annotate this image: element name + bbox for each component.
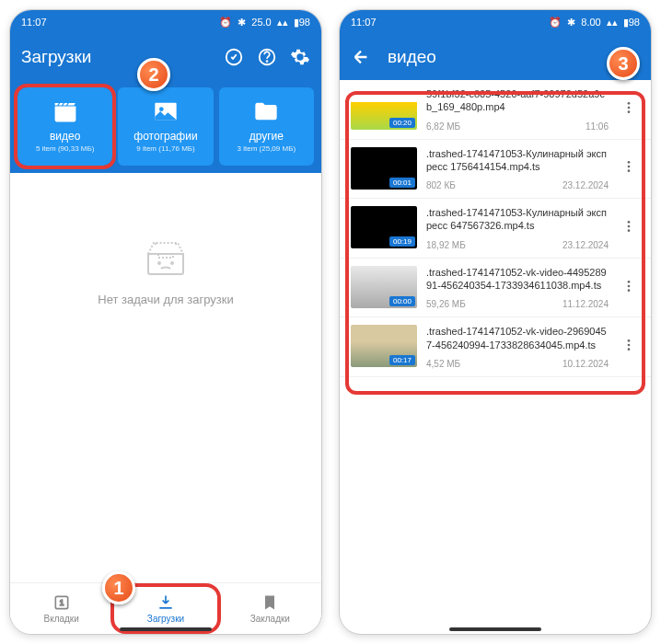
card-sub: 9 item (11,76 МБ) [136,144,195,153]
alarm-icon: ⏰ [219,17,232,29]
duration-badge: 00:00 [389,296,415,306]
more-icon[interactable] [618,159,640,178]
svg-point-17 [628,229,631,232]
home-indicator [120,627,212,631]
video-thumbnail: 00:01 [351,147,417,190]
svg-point-14 [628,170,631,173]
video-name: .trashed-1741471052-vk-video-4495289 91-… [426,266,609,293]
video-name: .trashed-1741471052-vk-video-2969045 7-4… [426,325,609,351]
video-size: 18,92 МБ [426,240,466,250]
video-date: 10.12.2024 [562,359,609,369]
status-bar: 11:07 ⏰ ✱ 8.00 ▴▴ ▮98 [340,10,651,34]
svg-point-23 [628,349,631,351]
page-title: видео [388,47,436,67]
nav-label: Закладки [250,614,290,624]
video-size: 6,82 МБ [426,121,460,132]
more-icon[interactable] [618,219,640,237]
video-item[interactable]: 00:2059f1bf32-c805-4526-aaf7-90972d52a9c… [340,80,651,140]
video-date: 23.12.2024 [562,240,609,250]
svg-point-4 [159,107,164,111]
video-item[interactable]: 00:19.trashed-1741471053-Кулинарный эксп… [340,199,651,259]
svg-point-20 [628,289,631,292]
video-thumbnail: 00:19 [351,206,417,248]
video-date: 11:06 [586,121,609,132]
more-icon[interactable] [618,279,640,297]
net-speed: 8.00 [581,17,600,28]
svg-point-2 [267,61,268,62]
svg-point-12 [628,161,631,164]
gear-icon[interactable] [290,47,310,67]
status-time: 11:07 [351,17,377,28]
nav-label: Загрузки [147,614,184,624]
svg-point-5 [158,262,160,264]
video-info: 59f1bf32-c805-4526-aaf7-90972d52a9cb_169… [426,87,609,132]
video-list: 00:2059f1bf32-c805-4526-aaf7-90972d52a9c… [340,80,651,623]
phone-left: 11:07 ⏰ ✱ 25.0 ▴▴ ▮98 Загрузки [9,9,322,635]
video-name: .trashed-1741471053-Кулинарный экспресс … [426,206,609,233]
more-icon[interactable] [618,100,640,119]
empty-text: Нет задачи для загрузки [98,293,233,306]
duration-badge: 00:19 [389,236,415,247]
card-label: фотографии [133,130,197,143]
card-video[interactable]: видео 5 item (90,33 МБ) [17,87,112,166]
battery-icon: ▮98 [623,17,640,29]
svg-text:1: 1 [59,598,64,607]
video-date: 23.12.2024 [562,180,609,190]
bottom-nav: 1 Вкладки Загрузки Закладки [10,582,321,634]
svg-point-21 [628,339,631,342]
duration-badge: 00:01 [389,178,415,188]
video-info: .trashed-1741471053-Кулинарный экспресс … [426,206,609,250]
home-indicator [449,627,541,631]
badge-1: 1 [102,571,135,604]
nav-tabs[interactable]: 1 Вкладки [10,583,112,634]
card-other[interactable]: другие 3 item (25,09 МБ) [219,87,314,166]
phone-right: 11:07 ⏰ ✱ 8.00 ▴▴ ▮98 видео 00:2059f1bf3… [339,9,652,635]
video-item[interactable]: 00:17.trashed-1741471052-vk-video-296904… [340,317,651,377]
page-title: Загрузки [21,47,91,67]
card-photos[interactable]: фотографии 9 item (11,76 МБ) [118,87,213,166]
card-label: другие [249,130,284,143]
empty-state: Нет задачи для загрузки [10,173,321,592]
badge-2: 2 [137,58,170,91]
video-size: 59,26 МБ [426,299,466,309]
folder-icon [253,100,279,126]
video-size: 802 КБ [426,180,456,190]
back-icon[interactable] [351,47,371,67]
video-name: 59f1bf32-c805-4526-aaf7-90972d52a9cb_169… [426,87,609,114]
status-bar: 11:07 ⏰ ✱ 25.0 ▴▴ ▮98 [10,10,321,34]
video-info: .trashed-1741471053-Кулинарный экспресс … [426,147,609,191]
image-icon [153,100,179,126]
svg-point-11 [628,110,631,113]
duration-badge: 00:17 [389,355,415,365]
badge-3: 3 [607,47,640,80]
video-thumbnail: 00:20 [351,87,417,130]
video-thumbnail: 00:00 [351,266,417,308]
video-date: 11.12.2024 [562,299,609,309]
bt-icon: ✱ [238,17,246,29]
net-speed: 25.0 [251,17,271,28]
nav-bookmarks[interactable]: Закладки [219,583,321,634]
svg-point-18 [628,281,631,283]
speed-icon[interactable] [224,47,244,67]
video-item[interactable]: 00:01.trashed-1741471053-Кулинарный эксп… [340,140,651,200]
svg-point-9 [628,102,631,105]
card-sub: 3 item (25,09 МБ) [238,144,296,153]
category-cards: видео 5 item (90,33 МБ) фотографии 9 ite… [10,80,321,173]
video-icon [52,100,79,126]
battery-icon: ▮98 [294,17,310,29]
card-label: видео [50,130,80,143]
more-icon[interactable] [618,338,640,356]
svg-point-13 [628,166,631,168]
video-name: .trashed-1741471053-Кулинарный экспресс … [426,147,609,174]
help-icon[interactable] [257,47,277,67]
video-thumbnail: 00:17 [351,325,417,367]
duration-badge: 00:20 [389,118,415,128]
inbox-icon [141,237,191,282]
svg-point-19 [628,284,631,287]
status-time: 11:07 [21,17,47,28]
video-info: .trashed-1741471052-vk-video-2969045 7-4… [426,325,609,369]
svg-point-15 [628,221,631,224]
video-item[interactable]: 00:00.trashed-1741471052-vk-video-449528… [340,259,651,318]
card-sub: 5 item (90,33 МБ) [36,144,95,153]
video-size: 4,52 МБ [426,359,460,369]
